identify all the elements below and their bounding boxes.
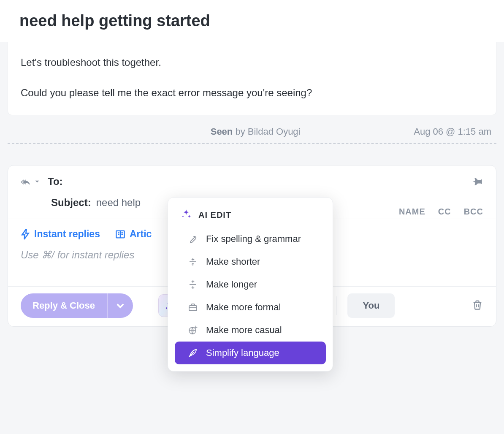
svg-rect-8 (189, 306, 197, 311)
ai-option-shorter[interactable]: Make shorter (175, 250, 326, 273)
bcc-button[interactable]: BCC (464, 207, 483, 217)
trash-icon (471, 299, 483, 311)
ai-edit-popover: AI EDIT Fix spelling & grammar Make shor… (168, 197, 333, 372)
subject-label: Subject: (51, 197, 91, 209)
ai-option-formal[interactable]: Make more formal (175, 296, 326, 319)
reply-close-button[interactable]: Reply & Close (21, 293, 133, 318)
ai-option-longer[interactable]: Make longer (175, 273, 326, 296)
dashed-divider (8, 143, 496, 144)
ai-option-shorter-label: Make shorter (206, 256, 260, 267)
message-line-2: Could you please tell me the exact error… (21, 85, 483, 100)
seen-row: Seen by Bildad Oyugi Aug 06 @ 1:15 am (0, 115, 504, 137)
seen-by: by Bildad Oyugi (233, 126, 300, 137)
reply-composer: To: Subject: need help NAME CC BCC Insta… (8, 165, 496, 327)
separator (336, 296, 336, 315)
ai-edit-header: AI EDIT (168, 204, 333, 228)
chevron-down-icon (116, 301, 125, 310)
instant-replies-label: Instant replies (34, 228, 100, 240)
you-button[interactable]: You (347, 293, 395, 318)
page-header: need help getting started (0, 0, 504, 42)
you-label: You (363, 300, 379, 311)
seen-timestamp: Aug 06 @ 1:15 am (414, 126, 491, 137)
briefcase-icon (187, 302, 198, 313)
to-row: To: (21, 176, 483, 187)
ai-option-simplify-label: Simplify language (206, 347, 279, 358)
ai-option-formal-label: Make more formal (206, 302, 281, 313)
compress-icon (187, 256, 198, 267)
ai-option-simplify[interactable]: Simplify language (175, 342, 326, 364)
wrench-icon (187, 233, 198, 244)
seen-status: Seen by Bildad Oyugi (13, 126, 414, 137)
message-line-1: Let's troubleshoot this together. (21, 55, 483, 70)
instant-replies-button[interactable]: Instant replies (21, 228, 100, 240)
feather-icon (187, 347, 198, 358)
ai-option-casual-label: Make more casual (206, 325, 282, 336)
to-label: To: (48, 176, 63, 187)
reply-close-label: Reply & Close (21, 293, 108, 318)
subject-value: need help (96, 197, 141, 209)
ai-option-casual[interactable]: Make more casual (175, 319, 326, 342)
name-button[interactable]: NAME (399, 207, 425, 217)
cc-button[interactable]: CC (438, 207, 451, 217)
message-card: Let's troubleshoot this together. Could … (8, 42, 496, 115)
ai-option-fix-label: Fix spelling & grammar (206, 233, 301, 244)
seen-label: Seen (211, 126, 233, 137)
article-button[interactable]: Artic (115, 228, 152, 240)
pin-icon[interactable] (471, 176, 483, 190)
ai-option-longer-label: Make longer (206, 279, 257, 290)
reply-type-dropdown[interactable] (21, 177, 40, 186)
sparkle-icon (181, 209, 192, 222)
globe-sparkle-icon (187, 325, 198, 336)
ai-option-fix-spelling[interactable]: Fix spelling & grammar (175, 228, 326, 250)
ai-edit-title: AI EDIT (198, 210, 231, 220)
reply-close-dropdown[interactable] (108, 295, 133, 317)
page-title: need help getting started (19, 12, 485, 30)
delete-button[interactable] (471, 299, 483, 312)
recipient-options: NAME CC BCC (399, 207, 483, 217)
article-icon (115, 229, 125, 239)
lightning-icon (21, 229, 30, 240)
expand-icon (187, 279, 198, 290)
article-label: Artic (130, 228, 152, 240)
